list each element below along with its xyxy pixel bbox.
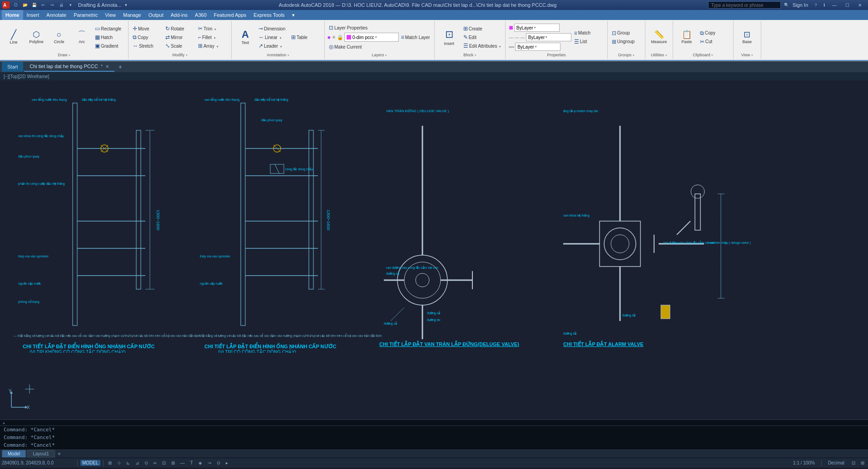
menu-home[interactable]: Home	[2, 10, 23, 20]
trim-button[interactable]: ✂Trim ▾	[197, 25, 228, 33]
paste-button[interactable]: 📋 Paste	[676, 24, 698, 50]
text-button[interactable]: A Text	[234, 24, 256, 50]
array-button[interactable]: ⊞Array ▾	[197, 42, 228, 50]
command-resize-handle[interactable]: ▲	[0, 420, 868, 426]
otrack-toggle[interactable]: ∞	[152, 460, 159, 466]
grid-toggle[interactable]: ⊞	[106, 460, 114, 466]
match-layer-button[interactable]: ≡Match Layer	[400, 33, 432, 41]
open-button[interactable]: 📂	[21, 1, 29, 9]
menu-insert[interactable]: Insert	[23, 10, 43, 20]
sc-toggle[interactable]: ⊸	[206, 460, 213, 466]
help-button[interactable]: ?	[812, 1, 820, 9]
menu-more[interactable]: ▾	[288, 10, 298, 20]
tab-close-button[interactable]: ✕	[105, 64, 109, 69]
linear-button[interactable]: ↔Linear ▾	[257, 33, 289, 41]
viewport-config[interactable]: ⊡	[850, 460, 857, 466]
qp-toggle[interactable]: ◈	[197, 460, 204, 466]
menu-express-tools[interactable]: Express Tools	[250, 10, 288, 20]
search-input[interactable]	[708, 1, 781, 9]
draw-extra2[interactable]: ▦Hatch	[94, 33, 125, 41]
rotate-button[interactable]: ↻Rotate	[164, 25, 196, 33]
undo-button[interactable]: ↩	[39, 1, 47, 9]
sign-in-button[interactable]: Sign In	[793, 2, 808, 8]
ungroup-button[interactable]: ⊞Ungroup	[610, 38, 642, 46]
active-document-tab[interactable]: Chi tiet lap dat he thong PCCC * ✕	[24, 62, 114, 72]
dyn-toggle[interactable]: ⊞	[169, 460, 177, 466]
menu-addins[interactable]: Add-ins	[167, 10, 191, 20]
move-button[interactable]: ✛Move	[131, 25, 163, 33]
model-status[interactable]: MODEL	[80, 460, 100, 466]
table-button[interactable]: ⊞Table	[290, 33, 322, 41]
menu-view[interactable]: View	[101, 10, 119, 20]
group-button[interactable]: ⊡Group	[610, 29, 642, 37]
linetype-dropdown[interactable]: ByLayer ▾	[526, 33, 571, 41]
scale-button[interactable]: ⤡Scale	[164, 42, 196, 50]
edit-block-button[interactable]: ✎Edit	[462, 33, 502, 41]
lwt-toggle[interactable]: —	[179, 460, 187, 466]
line-button[interactable]: ╱ Line	[3, 24, 25, 50]
save-button[interactable]: 💾	[30, 1, 38, 9]
mirror-button[interactable]: ⇄Mirror	[164, 33, 196, 41]
menu-manage[interactable]: Manage	[119, 10, 145, 20]
base-button[interactable]: ⊡ Base	[736, 24, 758, 50]
am-toggle[interactable]: ⊙	[215, 460, 222, 466]
fillet-button[interactable]: ⌐Fillet ▾	[197, 33, 228, 41]
measure-button[interactable]: 📏 Measure	[648, 24, 670, 50]
search-button[interactable]: 🔍	[783, 1, 791, 9]
menu-a360[interactable]: A360	[191, 10, 210, 20]
canvas[interactable]: 1300~1600 van khóa thi công tắc dòng chả…	[0, 80, 868, 420]
match-properties-button[interactable]: ≡Match	[573, 29, 605, 37]
polyline-button[interactable]: ⬡ Polyline	[25, 24, 47, 50]
create-button[interactable]: ⊞Create	[462, 25, 502, 33]
svg-text:van tổng nước tiêu thụng: van tổng nước tiêu thụng	[32, 97, 67, 102]
edit-attributes-button[interactable]: ☰Edit Attributes ▾	[462, 42, 502, 50]
color-dropdown[interactable]: ByLayer ▾	[514, 24, 560, 32]
model-tab[interactable]: Model	[2, 450, 26, 458]
new-tab-button[interactable]: +	[115, 62, 125, 72]
info-button[interactable]: ℹ	[820, 1, 828, 9]
layout1-tab[interactable]: Layout1	[27, 450, 55, 458]
tpy-toggle[interactable]: T	[188, 460, 195, 466]
make-current-button[interactable]: ◎Make Current	[327, 43, 399, 51]
ortho-toggle[interactable]: ⊾	[124, 460, 132, 466]
menu-annotate[interactable]: Annotate	[43, 10, 70, 20]
restore-button[interactable]: ☐	[841, 0, 853, 10]
redo-button[interactable]: ↪	[48, 1, 56, 9]
stretch-button[interactable]: ↔Stretch	[131, 42, 163, 50]
layer-dropdown[interactable]: 0-dim pccc ▾	[344, 33, 399, 42]
ui-toggle[interactable]: ⊞	[859, 460, 866, 466]
osnap-toggle[interactable]: ⊙	[143, 460, 150, 466]
arc-button[interactable]: ⌒ Arc	[71, 24, 93, 50]
circle-button[interactable]: ○ Circle	[48, 24, 70, 50]
list-button[interactable]: ☰List	[573, 38, 605, 46]
cut-button[interactable]: ✂Cut	[699, 38, 730, 46]
layer-properties-button[interactable]: ⊡Layer Properties	[327, 24, 399, 32]
svg-text:đường xả: đường xả	[386, 272, 399, 276]
copy-clipboard-button[interactable]: ⧉Copy	[699, 29, 730, 37]
polar-toggle[interactable]: ⊿	[134, 460, 141, 466]
draw-extra3[interactable]: ▣Gradient	[94, 42, 125, 50]
new-button[interactable]: 🗋	[12, 1, 20, 9]
props-tools-col: ≡Match ☰List	[573, 29, 605, 46]
close-button[interactable]: ✕	[853, 0, 866, 10]
menu-parametric[interactable]: Parametric	[70, 10, 101, 20]
plot-button[interactable]: 🖨	[57, 1, 65, 9]
layer-selector[interactable]: ■ ☀ 🔒 0-dim pccc ▾	[327, 33, 399, 42]
layer-dropdown-arrow[interactable]: ▾	[375, 35, 377, 39]
menu-output[interactable]: Output	[145, 10, 167, 20]
start-tab[interactable]: Start	[2, 62, 23, 72]
dimension-button[interactable]: ⊸Dimension	[257, 25, 289, 33]
ducs-toggle[interactable]: ⊡	[160, 460, 168, 466]
more-status[interactable]: ▸	[224, 460, 230, 466]
copy-button[interactable]: ⧉Copy	[131, 33, 163, 41]
add-layout-button[interactable]: +	[56, 451, 63, 457]
insert-button[interactable]: ⊡ Insert	[437, 24, 461, 51]
circle-icon: ○	[57, 30, 62, 39]
dropdown-arrow[interactable]: ▾	[66, 1, 74, 9]
snap-toggle[interactable]: ⊹	[115, 460, 123, 466]
minimize-button[interactable]: —	[828, 0, 841, 10]
draw-extra1[interactable]: ▭Rectangle	[94, 25, 125, 33]
leader-button[interactable]: ↗Leader ▾	[257, 42, 289, 50]
menu-featured-apps[interactable]: Featured Apps	[210, 10, 250, 20]
lineweight-dropdown[interactable]: ByLayer ▾	[515, 43, 560, 51]
